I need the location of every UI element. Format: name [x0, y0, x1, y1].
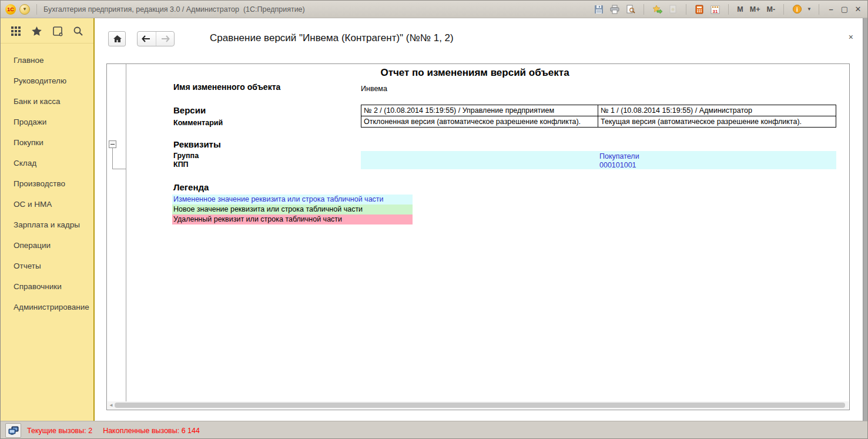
main-menu-button[interactable]: ▼ [19, 4, 30, 15]
divider [783, 4, 784, 15]
forward-button[interactable] [156, 32, 175, 46]
svg-text:i: i [796, 6, 798, 13]
page-close-button[interactable]: × [849, 33, 853, 41]
save-icon[interactable] [593, 4, 605, 15]
performance-indicator-button[interactable] [5, 423, 21, 438]
version-1-comment-cell: Текущая версия (автоматическое разрешени… [598, 116, 836, 128]
titlebar: 1С ▼ Бухгалтерия предприятия, редакция 3… [1, 1, 868, 18]
version-1-cell: № 1 / (10.08.2014 15:19:55) / Администра… [598, 105, 836, 116]
page-title: Сравнение версий "Инвема (Контрагент)" (… [210, 32, 454, 44]
report-title: Отчет по изменениям версий объекта [126, 67, 823, 79]
info-icon[interactable]: i [791, 4, 803, 15]
monitors-icon [8, 426, 19, 435]
history-icon[interactable] [52, 25, 63, 37]
attribute-label-gruppa: Группа [173, 152, 199, 160]
group-bracket [112, 148, 113, 169]
calendar-icon[interactable]: 31 [709, 4, 721, 15]
search-icon[interactable] [72, 25, 84, 37]
print-preview-icon[interactable] [625, 4, 636, 15]
table-row: № 2 / (10.08.2014 15:19:55) / Управление… [361, 105, 836, 116]
changed-values-highlight: Покупатели 000101001 [361, 151, 836, 169]
version-2-comment-cell: Отклоненная версия (автоматическое разре… [361, 116, 598, 128]
object-name-value: Инвема [361, 85, 387, 93]
print-icon[interactable] [609, 4, 621, 15]
sidebar-item-proizvodstvo[interactable]: Производство [1, 173, 93, 194]
calculator-icon[interactable] [693, 4, 705, 15]
sidebar-item-glavnoe[interactable]: Главное [1, 50, 93, 71]
sidebar-item-rukovoditelyu[interactable]: Руководителю [1, 71, 93, 91]
back-arrow-icon [142, 35, 151, 42]
sidebar-item-os-i-nma[interactable]: ОС и НМА [1, 194, 93, 215]
window-title: Бухгалтерия предприятия, редакция 3.0 / … [43, 5, 305, 14]
scroll-left-arrow-icon[interactable]: ◄ [108, 403, 115, 408]
home-button[interactable] [108, 31, 126, 46]
current-calls-text: Текущие вызовы: 2 [27, 427, 92, 435]
group-bracket [112, 169, 126, 169]
sidebar-item-pokupki[interactable]: Покупки [1, 132, 93, 153]
version-2-cell: № 2 / (10.08.2014 15:19:55) / Управление… [361, 105, 598, 116]
sidebar-item-otchety[interactable]: Отчеты [1, 256, 93, 276]
chevron-down-icon[interactable]: ▼ [807, 6, 812, 12]
link-icon[interactable] [667, 4, 679, 15]
divider [819, 4, 819, 15]
table-row: Отклоненная версия (автоматическое разре… [361, 116, 836, 128]
vertical-scrollbar[interactable] [863, 18, 867, 421]
sidebar: Главное Руководителю Банк и касса Продаж… [1, 18, 95, 421]
horizontal-scrollbar[interactable]: ◄ [108, 401, 849, 409]
collapse-group-toggle[interactable] [109, 140, 116, 148]
forward-arrow-icon [160, 35, 170, 42]
close-button[interactable]: ✕ [853, 4, 863, 15]
legend-item-new: Новое значение реквизита или строка табл… [172, 205, 413, 215]
favorites-star-icon[interactable] [651, 4, 663, 15]
legend: Измененное значение реквизита или строка… [172, 195, 413, 224]
home-icon [113, 35, 122, 43]
report-panel: Отчет по изменениям версий объекта Имя и… [106, 63, 850, 410]
comment-label: Комментарий [173, 119, 223, 127]
attribute-value-gruppa: Покупатели [599, 152, 639, 160]
sidebar-item-administrirovanie[interactable]: Администрирование [1, 297, 93, 317]
sidebar-item-sklad[interactable]: Склад [1, 153, 93, 173]
legend-heading: Легенда [173, 182, 209, 192]
group-gutter-divider [126, 64, 126, 403]
divider [36, 4, 37, 15]
legend-item-deleted: Удаленный реквизит или строка табличной … [172, 215, 413, 224]
versions-heading: Версии [173, 105, 206, 115]
object-name-label: Имя измененного объекта [173, 82, 280, 92]
minimize-button[interactable]: – [826, 4, 836, 15]
sections-grid-icon[interactable] [10, 25, 22, 37]
versions-table: № 2 / (10.08.2014 15:19:55) / Управление… [361, 105, 836, 128]
nav-history-group [137, 31, 175, 46]
attributes-heading: Реквизиты [173, 139, 221, 149]
app-logo-icon[interactable]: 1С [5, 4, 16, 15]
back-button[interactable] [138, 32, 156, 46]
scrollbar-thumb[interactable] [115, 403, 845, 408]
accumulated-calls-text: Накопленные вызовы: 6 144 [103, 427, 200, 435]
statusbar: Текущие вызовы: 2 Накопленные вызовы: 6 … [1, 421, 868, 439]
divider [686, 4, 686, 15]
favorites-icon[interactable] [31, 25, 42, 37]
attribute-value-kpp: 000101001 [599, 161, 636, 169]
maximize-button[interactable]: ▢ [840, 4, 849, 15]
sidebar-item-prodazhi[interactable]: Продажи [1, 112, 93, 132]
divider [644, 4, 644, 15]
memory-m-plus-button[interactable]: M+ [749, 4, 762, 15]
memory-m-button[interactable]: M [736, 4, 744, 15]
sidebar-item-zarplata-i-kadry[interactable]: Зарплата и кадры [1, 215, 93, 235]
attribute-label-kpp: КПП [173, 160, 189, 169]
main-area: Сравнение версий "Инвема (Контрагент)" (… [95, 18, 864, 421]
sidebar-item-spravochniki[interactable]: Справочники [1, 276, 93, 297]
calendar-day: 31 [713, 8, 718, 14]
divider [728, 4, 729, 15]
legend-item-changed: Измененное значение реквизита или строка… [172, 195, 413, 205]
sidebar-item-operacii[interactable]: Операции [1, 235, 93, 256]
memory-m-minus-button[interactable]: M- [766, 4, 777, 15]
sidebar-item-bank-i-kassa[interactable]: Банк и касса [1, 91, 93, 112]
